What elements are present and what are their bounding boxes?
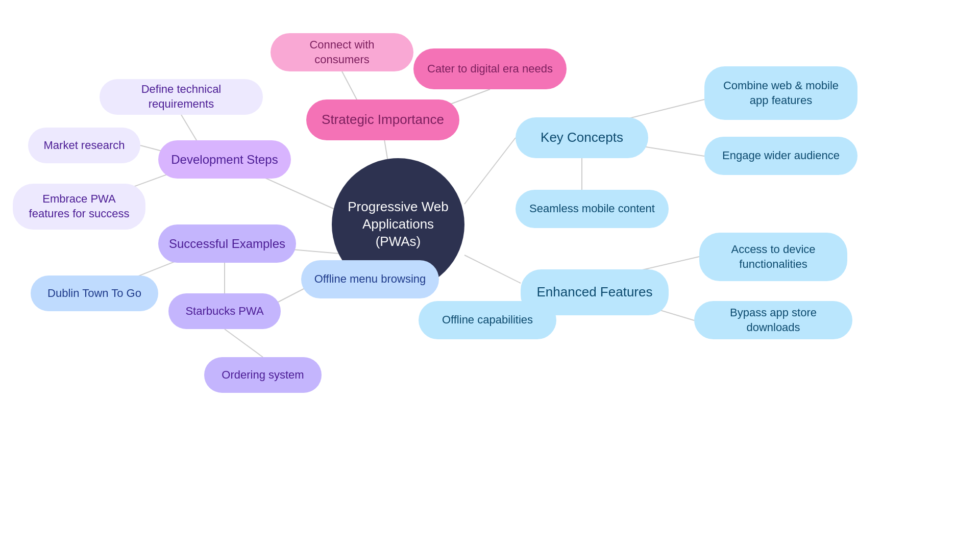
node-offline-menu-browsing: Offline menu browsing	[301, 260, 439, 298]
node-starbucks-pwa: Starbucks PWA	[168, 293, 281, 329]
node-development-steps: Development Steps	[158, 140, 291, 179]
node-cater-digital: Cater to digital era needs	[413, 48, 567, 89]
node-combine-web-mobile: Combine web & mobile app features	[704, 66, 857, 120]
node-seamless-mobile: Seamless mobile content	[516, 190, 669, 228]
node-key-concepts: Key Concepts	[516, 117, 648, 158]
node-embrace-pwa: Embrace PWA features for success	[13, 184, 145, 230]
node-define-technical: Define technical requirements	[100, 79, 263, 115]
node-bypass-appstore: Bypass app store downloads	[694, 301, 852, 339]
svg-line-12	[464, 138, 516, 204]
node-ordering-system: Ordering system	[204, 357, 322, 393]
node-connect-consumers: Connect with consumers	[271, 33, 413, 71]
node-market-research: Market research	[28, 128, 140, 163]
node-dublin-town: Dublin Town To Go	[31, 276, 158, 311]
svg-line-16	[464, 255, 521, 283]
node-offline-capabilities: Offline capabilities	[419, 301, 556, 339]
svg-line-11	[225, 329, 263, 357]
node-engage-audience: Engage wider audience	[704, 137, 857, 175]
node-strategic-importance: Strategic Importance	[306, 99, 459, 140]
node-successful-examples: Successful Examples	[158, 224, 296, 263]
node-access-device: Access to device functionalities	[699, 233, 847, 281]
